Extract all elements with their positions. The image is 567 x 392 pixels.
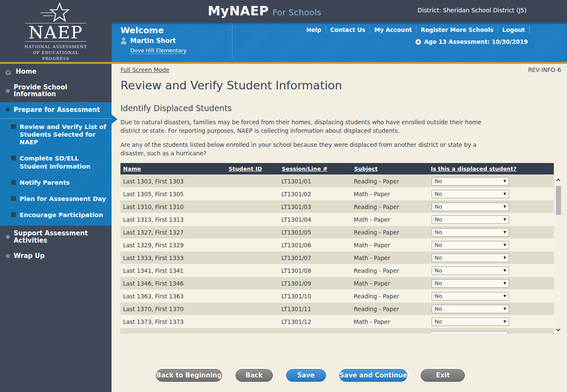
displaced-dropdown[interactable]: No▼ bbox=[432, 254, 509, 262]
dropdown-caret-icon: ▼ bbox=[504, 281, 506, 285]
assessment-info: Age 13 Assessment: 10/30/2019 bbox=[415, 38, 528, 45]
sidebar-subitem-encourage-participation[interactable]: Encourage Participation bbox=[0, 207, 112, 223]
district-info: District: Sheridan School District (J5) bbox=[418, 7, 527, 14]
sidebar-item-wrap-up[interactable]: Wrap Up bbox=[0, 248, 112, 264]
sidebar-subitem-label: Notify Parents bbox=[20, 179, 70, 186]
square-bullet-icon bbox=[11, 124, 16, 129]
dropdown-value: No bbox=[435, 242, 442, 248]
subject-cell: Math - Paper bbox=[351, 318, 428, 325]
session-line: LT1301/11 bbox=[279, 306, 351, 312]
displaced-dropdown[interactable]: No▼ bbox=[432, 318, 509, 326]
student-name: Last 1305, First 1305 bbox=[120, 191, 226, 197]
assessment-status-icon bbox=[415, 39, 421, 45]
displaced-dropdown[interactable]: No▼ bbox=[432, 190, 509, 198]
sidebar-subitem-review-and-verify[interactable]: Review and Verify List of Students Selec… bbox=[0, 119, 112, 150]
brand-subtitle: For Schools bbox=[272, 7, 321, 17]
bullet-icon bbox=[6, 108, 10, 112]
sidebar-subitem-plan-for-assessment-day[interactable]: Plan for Assessment Day bbox=[0, 191, 112, 207]
save-button[interactable]: Save bbox=[286, 369, 326, 382]
app-brand: MyNAEPFor Schools bbox=[208, 3, 321, 18]
displaced-dropdown[interactable]: No▼ bbox=[432, 266, 509, 275]
column-header-displaced[interactable]: Is this a displaced student? bbox=[428, 163, 554, 175]
scroll-down-arrow-icon[interactable] bbox=[556, 327, 561, 332]
header-link-my-account[interactable]: My Account bbox=[370, 26, 416, 33]
sidebar-subitem-label: Complete SD/ELL Student Information bbox=[20, 155, 108, 170]
session-line: LT1301/04 bbox=[279, 216, 351, 223]
students-table: Name Student ID Session/Line # Subject I… bbox=[120, 163, 562, 334]
header-link-help[interactable]: Help bbox=[302, 26, 326, 33]
dropdown-caret-icon: ▼ bbox=[504, 320, 506, 323]
brand-title: MyNAEP bbox=[208, 3, 269, 18]
dropdown-caret-icon: ▼ bbox=[504, 192, 506, 196]
subject-cell: Reading - Paper bbox=[351, 178, 428, 185]
column-header-session-line[interactable]: Session/Line # bbox=[279, 163, 351, 175]
student-row: Last 1329, First 1329LT1301/06Math - Pap… bbox=[120, 239, 554, 252]
bullet-icon bbox=[6, 235, 10, 239]
assessment-label: Age 13 Assessment: 10/30/2019 bbox=[424, 38, 528, 45]
displaced-cell: No▼ bbox=[428, 228, 554, 237]
save-and-continue-button[interactable]: Save and Continue bbox=[339, 369, 408, 382]
displaced-dropdown[interactable]: No▼ bbox=[432, 305, 509, 313]
student-name: Last 1327, First 1327 bbox=[120, 229, 226, 236]
square-bullet-icon bbox=[11, 155, 16, 161]
sidebar-item-label: Prepare for Assessment bbox=[14, 106, 100, 114]
sidebar-item-home[interactable]: ⌂ Home bbox=[0, 64, 112, 80]
session-line: LT1301/10 bbox=[279, 293, 351, 300]
table-body: Last 1303, First 1303LT1301/01Reading - … bbox=[120, 175, 554, 328]
table-scrollbar[interactable] bbox=[555, 175, 562, 334]
column-header-subject[interactable]: Subject bbox=[351, 163, 428, 175]
displaced-cell: No▼ bbox=[428, 241, 554, 249]
app-window: MyNAEPFor Schools District: Sheridan Sch… bbox=[0, 0, 567, 392]
student-name: Last 1310, First 1310 bbox=[120, 203, 226, 210]
full-screen-mode-link[interactable]: Full Screen Mode bbox=[120, 66, 169, 73]
header-link-register-more-schools[interactable]: Register More Schools bbox=[416, 26, 498, 33]
session-line: LT1301/03 bbox=[279, 203, 351, 210]
sidebar-item-support-assessment-activities[interactable]: Support Assessment Activities bbox=[0, 226, 112, 248]
sidebar-subitem-complete-sd-ell[interactable]: Complete SD/ELL Student Information bbox=[0, 150, 112, 174]
displaced-dropdown[interactable] bbox=[430, 331, 508, 334]
displaced-dropdown[interactable]: No▼ bbox=[432, 203, 509, 211]
student-name: Last 1341, First 1341 bbox=[120, 267, 226, 274]
column-header-student-id[interactable]: Student ID bbox=[226, 163, 279, 175]
displaced-dropdown[interactable]: No▼ bbox=[432, 292, 509, 300]
column-header-name[interactable]: Name bbox=[120, 163, 226, 175]
exit-button[interactable]: Exit bbox=[421, 369, 465, 382]
displaced-cell: No▼ bbox=[428, 203, 554, 211]
subject-cell: Math - Paper bbox=[351, 216, 428, 223]
question-paragraph: Are any of the students listed below enr… bbox=[120, 140, 492, 158]
logo-tagline: NATIONAL ASSESSMENT OF EDUCATIONAL PROGR… bbox=[25, 44, 87, 61]
dropdown-value: No bbox=[435, 229, 442, 235]
school-name-link[interactable]: Dove Hill Elementary bbox=[130, 47, 186, 54]
displaced-dropdown[interactable]: No▼ bbox=[432, 228, 509, 237]
table-header-row: Name Student ID Session/Line # Subject I… bbox=[120, 163, 554, 175]
session-line: LT1301/01 bbox=[279, 178, 351, 185]
subject-cell: Math - Paper bbox=[351, 242, 428, 249]
student-row: Last 1313, First 1313LT1301/04Math - Pap… bbox=[120, 213, 554, 226]
star-icon bbox=[36, 3, 75, 23]
sidebar-subitem-notify-parents[interactable]: Notify Parents bbox=[0, 175, 112, 191]
sidebar-item-prepare-for-assessment[interactable]: Prepare for Assessment bbox=[0, 102, 112, 119]
scroll-up-arrow-icon[interactable] bbox=[556, 179, 561, 183]
displaced-cell: No▼ bbox=[428, 266, 554, 275]
subject-cell: Reading - Paper bbox=[351, 293, 428, 300]
displaced-dropdown[interactable]: No▼ bbox=[432, 177, 509, 186]
displaced-dropdown[interactable]: No▼ bbox=[432, 215, 509, 224]
student-row: Last 1363, First 1363LT1301/10Reading - … bbox=[120, 290, 554, 303]
naep-logo: NAEP NATIONAL ASSESSMENT OF EDUCATIONAL … bbox=[0, 0, 112, 62]
displaced-dropdown[interactable]: No▼ bbox=[432, 279, 509, 288]
student-row: Last 1327, First 1327LT1301/05Reading - … bbox=[120, 226, 554, 239]
scrollbar-thumb[interactable] bbox=[556, 186, 561, 215]
student-row: Last 1310, First 1310LT1301/03Reading - … bbox=[120, 200, 554, 213]
header-link-logout[interactable]: Logout bbox=[498, 26, 530, 33]
header-link-contact-us[interactable]: Contact Us bbox=[326, 26, 370, 33]
sidebar-item-label: Wrap Up bbox=[14, 252, 45, 260]
dropdown-caret-icon: ▼ bbox=[504, 269, 506, 272]
displaced-dropdown[interactable]: No▼ bbox=[432, 241, 509, 249]
back-to-beginning-button[interactable]: Back to Beginning bbox=[156, 369, 222, 382]
sidebar-item-provide-school-information[interactable]: Provide School Information bbox=[0, 80, 112, 102]
displaced-cell: No▼ bbox=[428, 177, 554, 186]
student-name: Last 1303, First 1303 bbox=[120, 178, 226, 185]
back-button[interactable]: Back bbox=[235, 369, 273, 382]
student-name: Last 1346, First 1346 bbox=[120, 280, 226, 287]
displaced-cell: No▼ bbox=[428, 190, 554, 198]
